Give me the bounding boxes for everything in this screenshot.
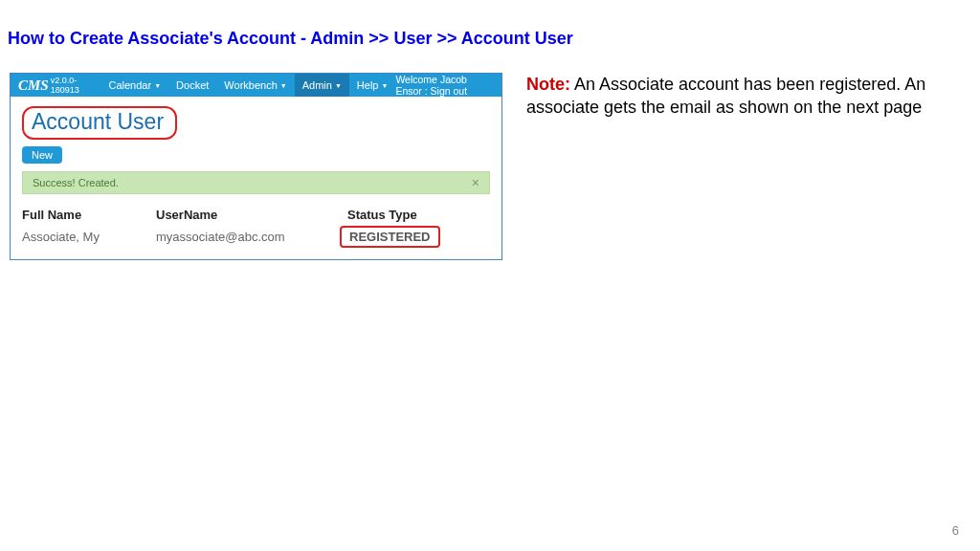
cell-username: myassociate@abc.com [156,230,347,244]
nav-docket-label: Docket [176,79,209,91]
nav-welcome[interactable]: Welcome Jacob Ensor : Sign out [395,74,494,97]
note-label: Note: [526,75,570,94]
col-header-name: Full Name [22,208,156,222]
chevron-down-icon: ▼ [154,82,161,89]
nav-help-label: Help [357,79,379,91]
page-number: 6 [952,523,959,538]
title-prefix: How to Create Associate's Account - [8,29,310,48]
chevron-down-icon: ▼ [280,82,287,89]
nav-admin[interactable]: Admin▼ [295,74,349,97]
page-heading: Account User [32,109,164,135]
nav-help[interactable]: Help▼ [349,74,396,97]
cell-fullname: Associate, My [22,230,156,244]
nav-brand: CMS [18,77,49,94]
heading-highlight: Account User [22,106,177,140]
crumb-admin: Admin [310,29,364,48]
col-header-username: UserName [156,208,347,222]
col-header-status: Status Type [347,208,472,222]
alert-text: Success! Created. [33,177,119,188]
nav-workbench[interactable]: Workbench▼ [216,74,294,97]
nav-docket[interactable]: Docket [168,74,216,97]
crumb-sep2: >> [432,29,460,48]
user-table: Full Name UserName Status Type Associate… [22,208,490,248]
app-screenshot: CMS v2.0.0-180913 Calendar▼ Docket Workb… [10,73,502,260]
cell-status: REGISTERED [347,226,472,248]
close-icon[interactable]: × [472,175,479,190]
table-row: Associate, My myassociate@abc.com REGIST… [22,226,490,248]
chevron-down-icon: ▼ [335,82,342,89]
nav-admin-label: Admin [302,79,332,91]
crumb-user: User [393,29,432,48]
crumb-sep1: >> [364,29,393,48]
nav-workbench-label: Workbench [224,79,277,91]
slide-title: How to Create Associate's Account - Admi… [0,0,980,49]
note-body: An Associate account has been registered… [526,75,925,117]
new-button[interactable]: New [22,146,62,164]
chevron-down-icon: ▼ [381,82,388,89]
nav-calendar[interactable]: Calendar▼ [101,74,169,97]
nav-version: v2.0.0-180913 [51,76,88,95]
nav-calendar-label: Calendar [109,79,152,91]
crumb-account-user: Account User [461,29,573,48]
status-badge: REGISTERED [340,226,440,248]
nav-bar: CMS v2.0.0-180913 Calendar▼ Docket Workb… [11,74,501,97]
note-text: Note: An Associate account has been regi… [526,73,947,260]
table-header: Full Name UserName Status Type [22,208,490,222]
success-alert: Success! Created. × [22,171,490,194]
